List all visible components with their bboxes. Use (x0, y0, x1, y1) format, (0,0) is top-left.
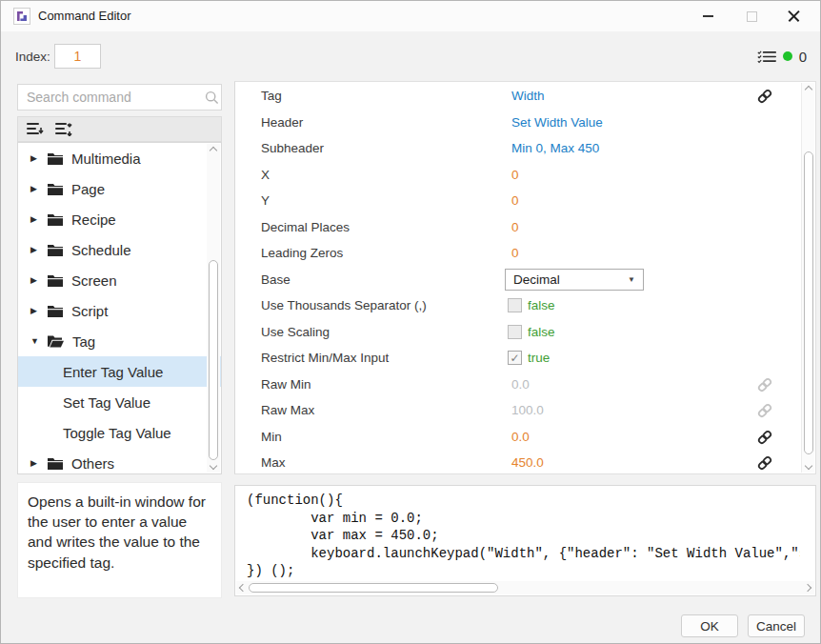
caret-right-icon[interactable]: ▶ (30, 275, 42, 285)
tree-item-enter-tag-value[interactable]: Enter Tag Value (18, 356, 221, 387)
property-label: X (261, 168, 270, 182)
property-row-base: BaseDecimal▼ (235, 267, 815, 293)
property-value[interactable]: Width (511, 89, 545, 103)
tree-item-tag[interactable]: ▼Tag (18, 326, 221, 356)
properties-scrollbar[interactable] (801, 83, 814, 473)
command-tree: ▶Multimedia▶Page▶Recipe▶Schedule▶Screen▶… (17, 142, 222, 474)
scroll-thumb[interactable] (209, 260, 218, 460)
caret-down-icon[interactable]: ▼ (30, 336, 42, 346)
property-label: Restrict Min/Max Input (261, 351, 389, 365)
search-icon (205, 91, 219, 105)
caret-right-icon[interactable]: ▶ (30, 153, 42, 163)
tree-item-label: Others (71, 455, 114, 472)
tree-item-page[interactable]: ▶Page (18, 173, 221, 204)
tree-item-multimedia[interactable]: ▶Multimedia (18, 143, 221, 173)
checkbox-checked-icon[interactable]: ✓ (508, 351, 522, 365)
tree-item-label: Tag (72, 333, 95, 350)
maximize-button[interactable] (731, 1, 772, 31)
property-label: Use Scaling (261, 325, 330, 339)
property-label: Raw Min (261, 377, 311, 392)
scroll-up-icon[interactable] (207, 144, 220, 157)
property-label: Y (261, 193, 270, 208)
property-label: Raw Max (261, 403, 314, 417)
property-value: false (528, 298, 555, 312)
tree-item-label: Toggle Tag Value (63, 425, 171, 441)
close-icon (788, 10, 800, 23)
tag-link-icon[interactable] (755, 453, 774, 473)
property-row-x: X0 (235, 162, 815, 189)
checklist-icon[interactable] (757, 47, 776, 66)
ok-button[interactable]: OK (681, 614, 738, 637)
checkbox-unchecked-icon[interactable] (508, 298, 522, 312)
tree-item-screen[interactable]: ▶Screen (18, 265, 221, 295)
scroll-down-icon[interactable] (802, 459, 815, 473)
command-description: Opens a built-in window for the user to … (17, 482, 222, 598)
tree-item-label: Multimedia (71, 151, 141, 167)
property-row-use-thousands-separator: Use Thousands Separator (,)false (235, 292, 815, 319)
property-label: Header (261, 115, 303, 130)
tree-item-label: Enter Tag Value (63, 364, 163, 380)
property-value[interactable]: 0.0 (511, 430, 530, 444)
property-value[interactable]: 0 (511, 193, 519, 208)
checkbox-unchecked-icon[interactable] (508, 325, 522, 339)
minimize-icon (703, 15, 713, 17)
tree-item-recipe[interactable]: ▶Recipe (18, 204, 221, 234)
property-value[interactable]: Min 0, Max 450 (511, 141, 599, 155)
property-value[interactable]: 450.0 (511, 455, 544, 470)
property-label: Max (261, 455, 286, 470)
property-label: Use Thousands Separator (,) (261, 298, 427, 312)
caret-right-icon[interactable]: ▶ (30, 214, 42, 224)
code-line: keyboard.launchKeypad("Width", {"header"… (247, 545, 800, 563)
collapse-all-icon[interactable] (26, 120, 45, 139)
app-logo-icon (13, 8, 30, 25)
checkbox-field: false (508, 325, 555, 339)
scroll-right-icon[interactable] (801, 581, 814, 594)
tree-item-toggle-tag-value[interactable]: Toggle Tag Value (18, 417, 221, 448)
property-value[interactable]: 0 (511, 220, 519, 234)
property-value[interactable]: 0 (511, 246, 519, 260)
tree-item-script[interactable]: ▶Script (18, 295, 221, 326)
code-hscrollbar[interactable] (236, 581, 814, 594)
cancel-button[interactable]: Cancel (748, 614, 805, 637)
tree-item-schedule[interactable]: ▶Schedule (18, 234, 221, 265)
scroll-thumb[interactable] (249, 583, 498, 593)
folder-icon (48, 183, 63, 195)
index-input[interactable] (54, 44, 101, 69)
tree-item-label: Script (71, 303, 108, 319)
base-dropdown[interactable]: Decimal▼ (505, 269, 644, 291)
property-row-y: Y0 (235, 188, 815, 214)
property-value[interactable]: 0 (511, 168, 519, 182)
property-row-min: Min0.0 (235, 424, 815, 451)
property-label: Tag (261, 89, 282, 103)
caret-right-icon[interactable]: ▶ (30, 306, 42, 315)
scroll-down-icon[interactable] (207, 459, 220, 473)
scroll-left-icon[interactable] (236, 581, 250, 594)
folder-icon (48, 274, 63, 287)
validation-status: 0 (757, 47, 807, 66)
property-value[interactable]: 100.0 (511, 403, 544, 417)
close-button[interactable] (772, 1, 814, 31)
caret-right-icon[interactable]: ▶ (30, 245, 42, 254)
scroll-up-icon[interactable] (802, 83, 815, 96)
folder-icon (48, 244, 63, 256)
property-row-raw-min: Raw Min0.0 (235, 372, 815, 398)
property-value[interactable]: Set Width Value (511, 115, 603, 130)
expand-all-icon[interactable] (54, 120, 73, 139)
tag-link-icon[interactable] (755, 87, 774, 106)
tree-item-set-tag-value[interactable]: Set Tag Value (18, 387, 221, 417)
tag-link-icon[interactable] (755, 428, 774, 447)
tag-link-icon (755, 375, 774, 394)
validation-count: 0 (799, 49, 807, 65)
search-input[interactable] (18, 90, 205, 105)
property-label: Decimal Places (261, 220, 350, 234)
caret-right-icon[interactable]: ▶ (30, 184, 42, 193)
minimize-button[interactable] (687, 1, 729, 31)
property-value[interactable]: 0.0 (511, 377, 530, 392)
property-label: Leading Zeros (261, 246, 343, 260)
tree-item-others[interactable]: ▶Others (18, 448, 221, 474)
scroll-thumb[interactable] (804, 151, 813, 454)
code-preview-panel: (function(){ var min = 0.0; var max = 45… (234, 485, 816, 596)
caret-right-icon[interactable]: ▶ (30, 458, 42, 468)
tree-scrollbar[interactable] (207, 144, 220, 473)
tag-link-icon (755, 401, 774, 420)
